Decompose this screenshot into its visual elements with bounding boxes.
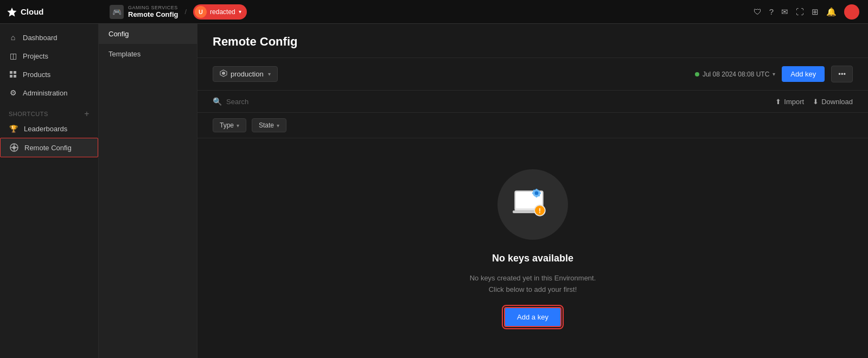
sidebar-item-remote-config[interactable]: Remote Config	[0, 138, 98, 157]
sub-sidebar-item-config[interactable]: Config	[99, 24, 197, 44]
logo-icon	[7, 7, 17, 17]
sidebar-item-label-administration: Administration	[23, 89, 67, 97]
svg-rect-1	[10, 71, 12, 74]
sidebar: ⌂ Dashboard ◫ Projects Products ⚙ Admini…	[0, 24, 99, 358]
service-category: Gaming Services	[128, 5, 178, 10]
env-shape-icon	[220, 69, 227, 79]
import-icon: ⬆	[775, 98, 781, 106]
svg-rect-3	[10, 75, 12, 78]
search-input-wrap: 🔍	[213, 97, 775, 106]
service-icon: 🎮	[110, 5, 124, 19]
filter-type[interactable]: Type ▾	[213, 118, 246, 132]
svg-point-17	[535, 191, 539, 195]
date-badge: Jul 08 2024 08:08 UTC ▾	[695, 71, 775, 78]
bell-icon[interactable]: 🔔	[826, 7, 837, 17]
empty-state: ! No keys available No keys created yet …	[197, 138, 868, 358]
sub-sidebar-item-templates[interactable]: Templates	[99, 44, 197, 64]
logo-label: Cloud	[21, 7, 44, 16]
projects-icon: ◫	[9, 52, 17, 60]
sidebar-item-leaderboards[interactable]: 🏆 Leaderboards	[0, 119, 98, 138]
shield-icon[interactable]: 🛡	[754, 7, 762, 16]
user-avatar-right[interactable]	[844, 4, 859, 20]
grid-icon[interactable]: ⊞	[812, 7, 819, 17]
date-label: Jul 08 2024 08:08 UTC	[703, 71, 769, 78]
sidebar-item-label-remote-config: Remote Config	[24, 144, 72, 152]
add-key-center-button[interactable]: Add a key	[504, 307, 561, 327]
user-name: redacted	[210, 8, 235, 16]
empty-state-desc: No keys created yet in this Environment.…	[470, 273, 596, 296]
svg-rect-21	[539, 192, 541, 194]
sidebar-item-projects[interactable]: ◫ Projects	[0, 47, 98, 65]
remote-config-icon	[9, 143, 19, 152]
search-input[interactable]	[226, 98, 775, 106]
empty-desc-line1: No keys created yet in this Environment.	[470, 273, 596, 284]
filter-bar: Type ▾ State ▾	[197, 113, 868, 138]
page-title: Remote Config	[213, 35, 853, 49]
leaderboards-icon: 🏆	[9, 124, 18, 133]
logo[interactable]: Cloud	[7, 7, 44, 17]
shortcuts-add-icon[interactable]: +	[84, 110, 90, 118]
add-key-button[interactable]: Add key	[782, 66, 825, 82]
toolbar-actions: ⬆ Import ⬇ Download	[775, 98, 853, 106]
download-button[interactable]: ⬇ Download	[813, 98, 853, 106]
date-dot	[695, 72, 699, 76]
env-chevron-icon: ▾	[268, 71, 271, 77]
breadcrumb-separator: /	[184, 8, 187, 16]
sidebar-nav: ⌂ Dashboard ◫ Projects Products ⚙ Admini…	[0, 24, 98, 106]
import-label: Import	[784, 98, 804, 106]
filter-state-label: State	[259, 122, 274, 129]
filter-state[interactable]: State ▾	[252, 118, 286, 132]
sub-sidebar-label-config: Config	[108, 30, 129, 38]
products-icon	[9, 70, 17, 79]
env-label: production	[231, 70, 264, 78]
service-name: Remote Config	[128, 10, 178, 18]
sub-sidebar-label-templates: Templates	[108, 50, 141, 58]
dashboard-icon: ⌂	[9, 33, 17, 42]
download-icon: ⬇	[813, 98, 819, 106]
empty-icon-circle: !	[497, 169, 568, 240]
download-label: Download	[821, 98, 853, 106]
sidebar-item-products[interactable]: Products	[0, 65, 98, 84]
search-bar: 🔍 ⬆ Import ⬇ Download	[197, 91, 868, 113]
sidebar-item-label-dashboard: Dashboard	[23, 34, 58, 42]
help-icon[interactable]: ?	[769, 7, 774, 16]
svg-rect-20	[532, 192, 534, 194]
search-icon: 🔍	[213, 97, 222, 106]
message-icon[interactable]: ✉	[781, 7, 788, 17]
sidebar-item-label-leaderboards: Leaderboards	[24, 125, 67, 133]
date-chevron-icon: ▾	[773, 71, 775, 77]
filter-type-label: Type	[220, 122, 234, 129]
shortcuts-section: Shortcuts +	[0, 106, 98, 119]
expand-icon[interactable]: ⛶	[796, 7, 804, 16]
svg-marker-0	[8, 8, 17, 17]
sidebar-item-label-projects: Projects	[23, 52, 48, 60]
shortcuts-label: Shortcuts	[9, 111, 48, 117]
sidebar-item-dashboard[interactable]: ⌂ Dashboard	[0, 28, 98, 47]
empty-illustration: !	[508, 180, 557, 229]
service-text: Gaming Services Remote Config	[128, 5, 178, 18]
content-toolbar: production ▾ Jul 08 2024 08:08 UTC ▾ Add…	[197, 58, 868, 91]
sidebar-item-label-products: Products	[23, 71, 50, 79]
main-content: Remote Config production ▾	[197, 24, 868, 358]
empty-state-title: No keys available	[492, 253, 573, 264]
import-button[interactable]: ⬆ Import	[775, 98, 804, 106]
more-button[interactable]: •••	[831, 66, 853, 82]
content-header: Remote Config	[197, 24, 868, 58]
filter-type-chevron-icon: ▾	[237, 123, 239, 129]
sidebar-item-administration[interactable]: ⚙ Administration	[0, 84, 98, 102]
user-avatar: U	[195, 6, 207, 18]
topbar: Cloud 🎮 Gaming Services Remote Config / …	[0, 0, 868, 24]
svg-rect-19	[536, 196, 538, 197]
user-pill[interactable]: U redacted ▾	[193, 4, 247, 20]
toolbar-right: Jul 08 2024 08:08 UTC ▾ Add key •••	[695, 66, 853, 82]
main-layout: ⌂ Dashboard ◫ Projects Products ⚙ Admini…	[0, 24, 868, 358]
svg-marker-12	[222, 72, 225, 75]
env-selector[interactable]: production ▾	[213, 66, 278, 82]
svg-point-6	[12, 146, 16, 149]
administration-icon: ⚙	[9, 88, 17, 97]
empty-desc-line2: Click below to add your first!	[470, 284, 596, 296]
svg-rect-4	[14, 75, 16, 78]
toolbar-left: production ▾	[213, 66, 278, 82]
chevron-down-icon: ▾	[239, 9, 241, 15]
topbar-left: Cloud	[7, 7, 104, 17]
